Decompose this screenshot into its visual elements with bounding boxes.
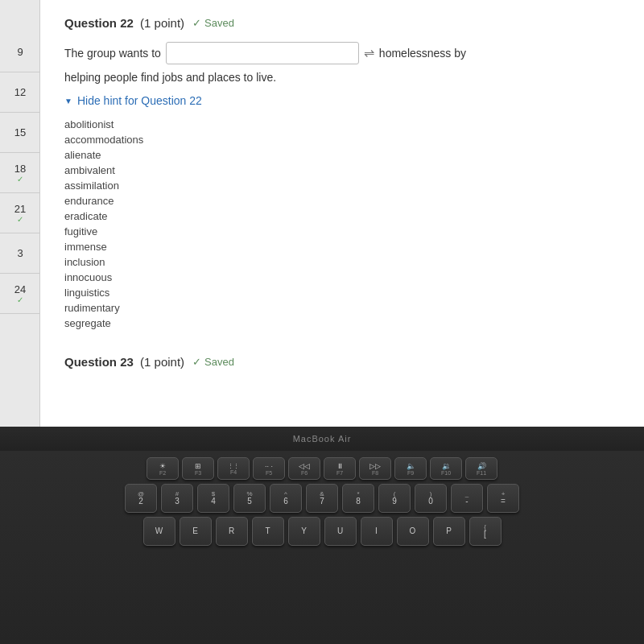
list-item[interactable]: ambivalent — [64, 163, 620, 178]
saved-badge-23: ✓ Saved — [192, 356, 234, 368]
word-list: abolitionist accommodations alienate amb… — [64, 117, 620, 331]
check-saved-23-icon: ✓ — [192, 356, 201, 368]
list-item[interactable]: eradicate — [64, 208, 620, 224]
key-p[interactable]: P — [433, 517, 465, 546]
list-item[interactable]: fugitive — [64, 224, 620, 239]
sidebar-item-label: 18 — [14, 163, 26, 175]
sidebar-item-label: 3 — [17, 247, 23, 259]
key-t[interactable]: T — [252, 517, 284, 546]
sidebar-item-24[interactable]: 24 ✓ — [0, 274, 40, 314]
list-item[interactable]: rudimentary — [64, 300, 620, 316]
key-r[interactable]: R — [216, 517, 248, 546]
sidebar: 9 12 15 18 ✓ 21 ✓ 3 24 ✓ — [0, 0, 40, 427]
list-item[interactable]: innocuous — [64, 270, 620, 285]
brand-label: MacBook Air — [293, 434, 352, 444]
key-9[interactable]: (9 — [378, 484, 411, 513]
f2-key[interactable]: ☀F2 — [147, 457, 179, 480]
key-7[interactable]: &7 — [306, 484, 338, 513]
f11-key[interactable]: 🔊F11 — [465, 457, 497, 480]
screen: 9 12 15 18 ✓ 21 ✓ 3 24 ✓ Question 22 ( — [0, 0, 644, 427]
laptop-bezel: MacBook Air — [0, 427, 644, 451]
list-item[interactable]: linguistics — [64, 285, 620, 300]
question22-header: Question 22 (1 point) ✓ Saved — [64, 16, 620, 30]
key-minus[interactable]: _- — [451, 484, 483, 513]
sidebar-item-18[interactable]: 18 ✓ — [0, 153, 40, 193]
check-icon: ✓ — [17, 215, 23, 224]
sidebar-item-12[interactable]: 12 — [0, 72, 40, 113]
fn-row: ☀F2 ⊞F3 ⋮⋮F4 ·· ·F5 ◁◁F6 ⏸F7 ▷▷F8 🔈F9 🔉F… — [16, 457, 628, 480]
question23-title: Question 23 (1 point) — [64, 355, 184, 369]
hint-label: Hide hint for Question 22 — [77, 94, 202, 107]
body-line2: helping people find jobs and places to l… — [64, 68, 620, 86]
f8-key[interactable]: ▷▷F8 — [359, 457, 391, 480]
list-item[interactable]: accommodations — [64, 132, 620, 147]
list-item[interactable]: segregate — [64, 316, 620, 331]
f6-key[interactable]: ◁◁F6 — [288, 457, 320, 480]
hint-toggle[interactable]: ▼ Hide hint for Question 22 — [64, 94, 620, 107]
list-item[interactable]: inclusion — [64, 254, 620, 270]
f9-key[interactable]: 🔈F9 — [394, 457, 427, 480]
f4-key[interactable]: ⋮⋮F4 — [217, 457, 250, 480]
inline-row: The group wants to ⇌ homelessness by — [64, 42, 620, 64]
f5-key[interactable]: ·· ·F5 — [253, 457, 285, 480]
keyboard: ☀F2 ⊞F3 ⋮⋮F4 ·· ·F5 ◁◁F6 ⏸F7 ▷▷F8 🔈F9 🔉F… — [0, 451, 644, 644]
swap-icon: ⇌ — [364, 43, 374, 64]
f7-key[interactable]: ⏸F7 — [324, 457, 356, 480]
answer-input[interactable] — [166, 42, 359, 64]
sidebar-item-15[interactable]: 15 — [0, 113, 40, 153]
key-u[interactable]: U — [324, 517, 357, 546]
question23-header: Question 23 (1 point) ✓ Saved — [64, 355, 620, 369]
check-icon: ✓ — [17, 295, 23, 304]
sidebar-item-label: 24 — [14, 283, 26, 295]
key-6[interactable]: ^6 — [270, 484, 302, 513]
key-3[interactable]: #3 — [161, 484, 193, 513]
key-e[interactable]: E — [180, 517, 212, 546]
sidebar-item-21[interactable]: 21 ✓ — [0, 193, 40, 233]
key-0[interactable]: )0 — [415, 484, 447, 513]
key-4[interactable]: $4 — [197, 484, 229, 513]
body-text-before: The group wants to — [64, 44, 161, 62]
key-o[interactable]: O — [397, 517, 429, 546]
key-2[interactable]: @2 — [125, 484, 157, 513]
body-text-after: homelessness by — [379, 44, 466, 62]
check-icon: ✓ — [17, 175, 23, 184]
question22-body: The group wants to ⇌ homelessness by hel… — [64, 42, 620, 86]
main-content: Question 22 (1 point) ✓ Saved The group … — [40, 0, 644, 427]
key-i[interactable]: I — [361, 517, 393, 546]
f10-key[interactable]: 🔉F10 — [430, 457, 462, 480]
key-w[interactable]: W — [143, 517, 175, 546]
key-equal[interactable]: += — [487, 484, 519, 513]
key-y[interactable]: Y — [288, 517, 320, 546]
list-item[interactable]: assimilation — [64, 178, 620, 193]
list-item[interactable]: immense — [64, 239, 620, 254]
saved-badge: ✓ Saved — [192, 17, 234, 29]
sidebar-item-label: 15 — [14, 126, 26, 138]
key-5[interactable]: %5 — [233, 484, 266, 513]
key-8[interactable]: *8 — [342, 484, 374, 513]
list-item[interactable]: abolitionist — [64, 117, 620, 132]
f3-key[interactable]: ⊞F3 — [182, 457, 214, 480]
question22-title: Question 22 (1 point) — [64, 16, 184, 30]
qwerty-row: W E R T Y U I O P {[ — [16, 517, 628, 546]
sidebar-item-label: 21 — [14, 203, 26, 215]
list-item[interactable]: alienate — [64, 147, 620, 163]
number-row: @2 #3 $4 %5 ^6 &7 *8 (9 )0 _- += — [16, 484, 628, 513]
sidebar-item-9[interactable]: 9 — [0, 32, 40, 72]
sidebar-item-label: 12 — [14, 86, 26, 98]
sidebar-item-3[interactable]: 3 — [0, 233, 40, 274]
key-bracket-open[interactable]: {[ — [469, 517, 502, 546]
check-saved-icon: ✓ — [192, 17, 201, 29]
sidebar-item-label: 9 — [17, 46, 23, 58]
chevron-down-icon: ▼ — [64, 97, 72, 105]
list-item[interactable]: endurance — [64, 193, 620, 208]
